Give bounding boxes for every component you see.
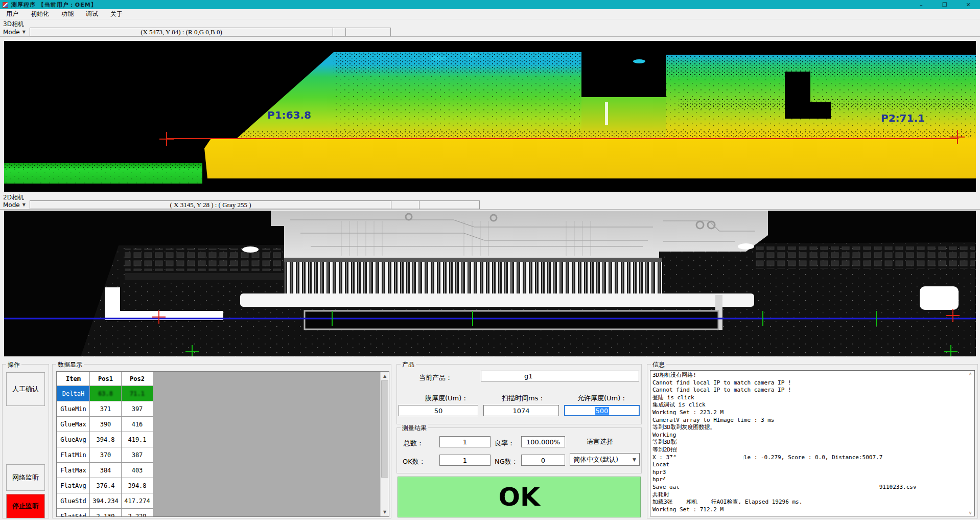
table-header-row: Item Pos1 Pos2 (57, 372, 153, 386)
ok-count-field[interactable]: 1 (439, 455, 491, 466)
scan-time-label: 扫描时间ms： (502, 394, 545, 403)
scrollbar-thumb[interactable] (381, 380, 388, 478)
manual-confirm-button[interactable]: 人工确认 (6, 372, 45, 406)
log-line: 登陆 is click (652, 394, 966, 402)
window-title: 测厚程序 【当前用户：OEM】 (11, 1, 97, 9)
cell-item: GlueMax (57, 417, 90, 432)
total-field[interactable]: 1 (439, 436, 491, 447)
allow-thickness-field[interactable]: 500 (564, 405, 640, 416)
log-line: 等到3D取到灰度图数据。 (652, 424, 966, 432)
cell-pos2: 397 (122, 401, 153, 417)
menu-function[interactable]: 功能 (55, 9, 80, 19)
info-group-title: 信息 (651, 360, 666, 369)
scroll-down-icon[interactable]: ∨ (969, 510, 972, 515)
data-grid-area[interactable]: Item Pos1 Pos2 DeltaH 63.8 71.1 GlueMin … (56, 371, 389, 517)
result-group-title: 测量结果 (401, 424, 428, 433)
chevron-down-icon: ▼ (22, 30, 26, 34)
minimize-button[interactable]: – (909, 0, 933, 9)
ng-count-label: NG数： (495, 457, 518, 466)
table-row[interactable]: FlatStd 2.139 2.229 (57, 509, 153, 517)
data-display-title: 数据显示 (56, 360, 84, 369)
mode-label: Mode (3, 29, 20, 36)
camera3d-viewport[interactable]: P1:63.8 P2:71.1 (4, 41, 976, 192)
operation-group-title: 操作 (6, 360, 21, 369)
log-line: 共耗时 (652, 491, 966, 499)
cell-item: FlatMin (57, 447, 90, 463)
menu-about[interactable]: 关于 (104, 9, 129, 19)
col-pos1: Pos1 (90, 372, 122, 386)
menu-user[interactable]: 用户 (0, 9, 25, 19)
log-line: 3D相机没有网络! (652, 372, 966, 379)
cell-item: GlueAvg (57, 432, 90, 447)
table-row[interactable]: DeltaH 63.8 71.1 (57, 386, 153, 401)
cell-pos2: 71.1 (122, 386, 153, 401)
toolbar-cell (346, 28, 391, 36)
scan-time-field[interactable]: 1074 (483, 405, 559, 416)
close-button[interactable]: ✕ (956, 0, 980, 9)
measurement-table: Item Pos1 Pos2 DeltaH 63.8 71.1 GlueMin … (57, 372, 153, 517)
menu-debug[interactable]: 调试 (80, 9, 104, 19)
network-listen-button[interactable]: 网络监听 (6, 464, 45, 491)
table-row[interactable]: GlueAvg 394.8 419.1 (57, 432, 153, 447)
toolbar-cell (391, 200, 419, 209)
cell-pos2: 387 (122, 447, 153, 463)
cell-pos2: 417.274 (122, 493, 153, 509)
ng-count-field[interactable]: 0 (521, 455, 565, 466)
stop-listen-button[interactable]: 停止监听 (6, 494, 45, 518)
scroll-up-icon[interactable]: ▲ (381, 372, 389, 380)
cell-item: DeltaH (57, 386, 90, 401)
table-row[interactable]: GlueMax 390 416 (57, 417, 153, 432)
scroll-down-icon[interactable]: ▼ (381, 508, 389, 516)
cell-item: GlueStd (57, 493, 90, 509)
log-line: Working Set : 223.2 M (652, 409, 966, 417)
cell-pos1: 394.234 (90, 493, 122, 509)
cell-item: FlatAvg (57, 478, 90, 493)
yield-field[interactable]: 100.000% (521, 436, 565, 447)
gray-image-render (4, 211, 976, 356)
camera2d-coordinate-readout: ( X 3145, Y 28 ) : ( Gray 255 ) (30, 200, 391, 209)
camera3d-coordinate-readout: (X 5473, Y 84) : (R 0,G 0,B 0) (30, 28, 333, 36)
cell-pos2: 2.229 (122, 509, 153, 517)
camera3d-mode-button[interactable]: Mode ▼ (0, 28, 30, 36)
current-product-field[interactable]: g1 (481, 371, 639, 381)
current-product-label: 当前产品： (419, 373, 452, 382)
camera2d-mode-button[interactable]: Mode ▼ (0, 200, 30, 209)
cell-pos1: 390 (90, 417, 122, 432)
table-row[interactable]: GlueStd 394.234 417.274 (57, 493, 153, 509)
mode-label: Mode (3, 201, 20, 209)
cell-pos2: 394.8 (122, 478, 153, 493)
chevron-down-icon: ▼ (22, 202, 26, 207)
toolbar-cell (333, 28, 346, 36)
table-scrollbar[interactable]: ▲ ▼ (380, 372, 389, 516)
table-row[interactable]: FlatMin 370 387 (57, 447, 153, 463)
col-item: Item (57, 372, 90, 386)
film-thickness-label: 膜厚度(Um)： (425, 394, 468, 403)
result-status-banner: OK (398, 477, 641, 517)
col-pos2: Pos2 (122, 372, 153, 386)
language-label: 语言选择 (587, 437, 613, 446)
camera2d-viewport[interactable] (4, 211, 976, 356)
film-thickness-field[interactable]: 50 (399, 405, 478, 416)
log-line: Working Set : 712.2 M (652, 506, 966, 514)
table-row[interactable]: FlatAvg 376.4 394.8 (57, 478, 153, 493)
product-group-title: 产品 (401, 360, 416, 369)
info-log-scrollbar[interactable]: ∧ ∨ (967, 371, 974, 515)
yield-label: 良率： (495, 439, 515, 448)
cell-pos1: 2.139 (90, 509, 122, 517)
language-select[interactable]: 简体中文(默认) ▼ (570, 453, 640, 466)
table-row[interactable]: GlueMin 371 397 (57, 401, 153, 417)
table-row[interactable]: FlatMax 384 403 (57, 463, 153, 478)
menu-bar: 用户 初始化 功能 调试 关于 (0, 9, 980, 19)
scroll-up-icon[interactable]: ∧ (969, 371, 972, 376)
cell-value: 63.8 (98, 390, 113, 397)
log-line: CameralV array to HImage time : 3 ms (652, 417, 966, 424)
maximize-button[interactable]: ❐ (933, 0, 956, 9)
p1-measure-label: P1:63.8 (267, 109, 311, 121)
result-group: 测量结果 (396, 427, 642, 473)
cell-item: GlueMin (57, 401, 90, 417)
chevron-down-icon: ▼ (633, 457, 639, 462)
camera3d-toolbar: Mode ▼ (X 5473, Y 84) : (R 0,G 0,B 0) (0, 28, 980, 37)
log-line: 加载3张 相机 行AOI检查, Elapsed 19296 ms. (652, 499, 966, 506)
menu-init[interactable]: 初始化 (25, 9, 55, 19)
height-map-render: P1:63.8 P2:71.1 (4, 41, 976, 192)
